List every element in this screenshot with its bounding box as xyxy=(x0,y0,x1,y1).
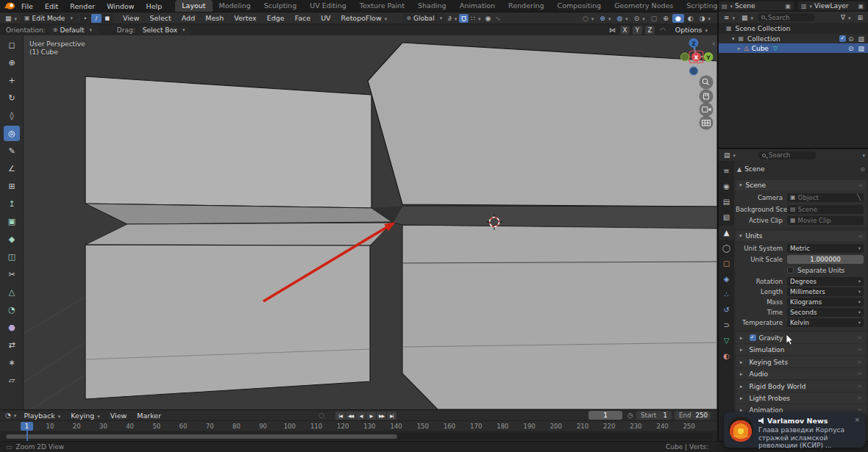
properties-search-input[interactable]: Search xyxy=(758,151,816,159)
tool-rotate[interactable]: ↻ xyxy=(4,90,20,106)
tab-animation[interactable]: Animation xyxy=(453,0,502,12)
viewlayer-browse-icon[interactable]: ▥ xyxy=(801,3,812,10)
viewlayer-selector[interactable]: ▥ ViewLayer ▣ xyxy=(798,1,867,10)
jump-to-end-button[interactable]: ▶| xyxy=(387,412,396,420)
panel-simulation[interactable]: Simulation ≡ xyxy=(736,344,867,355)
tab-layout[interactable]: Layout xyxy=(175,0,212,12)
axis-minus-x-ball[interactable] xyxy=(681,53,689,61)
tool-transform[interactable]: ◎ xyxy=(4,126,20,141)
tool-measure[interactable]: ∠ xyxy=(4,161,20,176)
xray-toggle-icon[interactable]: ◍ xyxy=(614,15,630,22)
filter-icon[interactable]: ∇ xyxy=(839,14,853,21)
menu-mesh[interactable]: Mesh xyxy=(200,14,229,22)
show-overlays-icon[interactable]: ⊛ xyxy=(597,15,613,22)
separate-units-checkbox[interactable] xyxy=(787,267,794,273)
time-dropdown[interactable]: Seconds ▾ xyxy=(787,308,864,317)
sidebar-collapse-icon[interactable]: ‹ xyxy=(712,40,715,47)
menu-window[interactable]: Window xyxy=(101,2,140,10)
camera-view-button[interactable] xyxy=(700,103,714,117)
previous-keyframe-button[interactable]: ◀◀ xyxy=(346,412,355,420)
tool-edge-slide[interactable]: ⇄ xyxy=(4,337,20,353)
unit-system-dropdown[interactable]: Metric ▾ xyxy=(787,244,864,253)
scene-selector[interactable]: ▤ Scene ▣ xyxy=(719,1,794,10)
close-icon[interactable]: × xyxy=(854,416,860,423)
menu-playback[interactable]: Playback xyxy=(18,412,65,420)
tool-poly-build[interactable]: △ xyxy=(4,284,20,300)
axis-minus-z-ball[interactable] xyxy=(690,67,698,75)
tool-bevel[interactable]: ◆ xyxy=(4,232,20,247)
current-frame-indicator[interactable]: 1 xyxy=(21,422,33,431)
notification-popup[interactable]: Varlamov Varlamov News Глава разведки Ко… xyxy=(724,412,865,448)
play-reverse-button[interactable]: ◀ xyxy=(356,412,366,420)
tool-select-box[interactable]: ◻ xyxy=(4,37,20,53)
outliner-display-mode-icon[interactable]: ≡ xyxy=(722,14,737,21)
tool-inset-faces[interactable]: ▣ xyxy=(4,214,20,229)
mirror-y-button[interactable]: Y xyxy=(633,26,642,35)
editor-type-icon[interactable]: ▦ xyxy=(3,15,19,22)
panel-audio[interactable]: Audio ≡ xyxy=(736,368,867,379)
mirror-x-button[interactable]: X xyxy=(620,26,630,35)
jump-to-start-button[interactable]: |◀ xyxy=(335,412,345,420)
options-dropdown[interactable]: Options xyxy=(670,26,713,34)
unit-scale-slider[interactable]: 1.000000 xyxy=(787,255,864,264)
properties-tab-constraints[interactable]: ⊃ xyxy=(719,318,734,332)
viewport-visibility-icon[interactable]: ⊙ xyxy=(632,15,647,22)
properties-tab-material[interactable]: ◐ xyxy=(719,349,734,363)
tab-sculpting[interactable]: Sculpting xyxy=(257,0,303,12)
panel-light-probes[interactable]: Light Probes ≡ xyxy=(736,392,867,403)
menu-marker[interactable]: Marker xyxy=(132,412,166,420)
panel-header-scene[interactable]: Scene ≡ xyxy=(736,180,867,190)
tab-rendering[interactable]: Rendering xyxy=(502,0,551,12)
timeline-scrollbar[interactable] xyxy=(4,434,712,440)
viewport-canvas[interactable]: Z X Y ‹ xyxy=(24,35,717,409)
timeline-scrollbar-thumb[interactable] xyxy=(6,434,397,439)
properties-tab-modifiers[interactable]: ◈ xyxy=(719,272,734,286)
properties-tab-object[interactable]: ▢ xyxy=(719,257,734,270)
new-scene-icon[interactable]: ▣ xyxy=(785,3,791,10)
panel-grip-icon[interactable]: ≡ xyxy=(857,359,862,365)
retopoflow-menu[interactable]: RetopoFlow xyxy=(336,14,393,22)
menu-keying[interactable]: Keying xyxy=(65,412,104,420)
auto-keying-icon[interactable]: ◌ xyxy=(316,412,327,419)
tool-move[interactable]: + xyxy=(4,73,20,88)
current-frame-field[interactable]: 1 xyxy=(588,411,622,420)
timeline-ruler[interactable]: 1 10203040506070809010011012013014015016… xyxy=(0,420,717,431)
camera-field[interactable]: ▣ Object ╲ xyxy=(787,193,864,202)
panel-grip-icon[interactable]: ≡ xyxy=(858,233,863,240)
panel-grip-icon[interactable]: ≡ xyxy=(857,346,862,353)
vertex-select-button[interactable]: ∙ xyxy=(80,14,90,23)
end-frame-field[interactable]: End 250 xyxy=(675,411,711,420)
gravity-checkbox[interactable]: ✓ xyxy=(750,334,756,341)
menu-face[interactable]: Face xyxy=(290,14,316,22)
tab-compositing[interactable]: Compositing xyxy=(551,0,608,12)
tool-smooth[interactable]: ● xyxy=(4,320,20,335)
tool-loop-cut[interactable]: ◫ xyxy=(4,249,20,265)
tab-modeling[interactable]: Modeling xyxy=(213,0,257,12)
properties-tab-world[interactable]: ◯ xyxy=(719,241,734,255)
properties-tab-particles[interactable]: ∴ xyxy=(719,287,734,301)
menu-edit[interactable]: Edit xyxy=(39,2,64,10)
mass-dropdown[interactable]: Kilograms ▾ xyxy=(787,298,864,306)
drag-dropdown[interactable]: Select Box xyxy=(139,25,191,35)
wireframe-shading-icon[interactable]: ⊕ xyxy=(661,15,671,22)
tab-texture-paint[interactable]: Texture Paint xyxy=(353,0,411,12)
viewport-3d[interactable]: Z X Y ‹ User Perspective (1) Cube xyxy=(24,35,717,409)
menu-add[interactable]: Add xyxy=(177,14,200,22)
mirror-z-button[interactable]: Z xyxy=(645,26,655,35)
tool-shear[interactable]: ▱ xyxy=(4,373,20,388)
menu-edge[interactable]: Edge xyxy=(262,14,290,22)
pin-icon[interactable]: ⊙ xyxy=(860,166,865,173)
active-clip-field[interactable]: ▦ Movie Clip xyxy=(787,216,864,225)
tool-scale[interactable]: ◊ xyxy=(4,108,20,123)
transform-orientation-dropdown[interactable]: ⊕ Global xyxy=(402,13,446,23)
render-preview-icon[interactable]: ▢ xyxy=(649,15,660,22)
pan-hand-button[interactable] xyxy=(700,90,714,104)
properties-tab-view-layer[interactable]: ▧ xyxy=(719,210,734,224)
outliner-search-input[interactable]: Search xyxy=(758,13,815,21)
outliner-row-collection[interactable]: ▦ Collection ✓ ⊙ ▨ xyxy=(719,34,868,43)
snap-target-icon[interactable]: ∂ xyxy=(446,15,459,22)
tab-geometry-nodes[interactable]: Geometry Nodes xyxy=(608,0,680,12)
properties-tab-output[interactable]: ▤ xyxy=(719,195,734,209)
properties-tab-tool[interactable]: ≡ xyxy=(719,164,734,178)
eyedropper-icon[interactable]: ╲ xyxy=(857,194,861,201)
